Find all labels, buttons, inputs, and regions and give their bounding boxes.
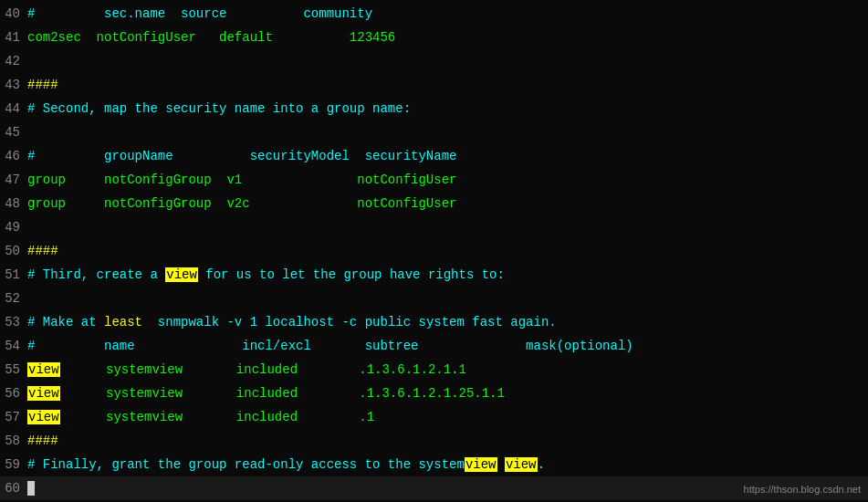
line-content: # Make at least snmpwalk -v 1 localhost … bbox=[27, 310, 868, 334]
code-line: 46# groupName securityModel securityName bbox=[0, 144, 868, 168]
line-number: 53 bbox=[0, 310, 27, 334]
code-line: 50#### bbox=[0, 239, 868, 263]
line-number: 42 bbox=[0, 49, 27, 73]
code-line: 53# Make at least snmpwalk -v 1 localhos… bbox=[0, 310, 868, 334]
code-line: 42 bbox=[0, 49, 868, 73]
line-number: 57 bbox=[0, 405, 27, 429]
line-content: group notConfigGroup v1 notConfigUser bbox=[27, 168, 868, 192]
line-content: # Second, map the security name into a g… bbox=[27, 97, 868, 120]
code-line: 57view systemview included .1 bbox=[0, 405, 868, 429]
code-line: 60 bbox=[0, 476, 868, 500]
line-content: # sec.name source community bbox=[27, 2, 868, 26]
line-number: 51 bbox=[0, 263, 27, 287]
code-line: 40# sec.name source community bbox=[0, 2, 868, 26]
watermark-text: https://thson.blog.csdn.net bbox=[744, 484, 861, 495]
code-line: 59# Finally, grant the group read-only a… bbox=[0, 453, 868, 476]
code-line: 47group notConfigGroup v1 notConfigUser bbox=[0, 168, 868, 192]
line-number: 45 bbox=[0, 120, 27, 144]
code-line: 41com2sec notConfigUser default 123456 bbox=[0, 26, 868, 49]
line-content: # Third, create a view for us to let the… bbox=[27, 263, 868, 287]
line-number: 60 bbox=[0, 476, 27, 500]
line-content: #### bbox=[27, 239, 868, 263]
code-line: 54# name incl/excl subtree mask(optional… bbox=[0, 334, 868, 358]
line-content: # name incl/excl subtree mask(optional) bbox=[27, 334, 868, 358]
code-line: 55view systemview included .1.3.6.1.2.1.… bbox=[0, 358, 868, 382]
line-content: com2sec notConfigUser default 123456 bbox=[27, 26, 868, 49]
line-number: 47 bbox=[0, 168, 27, 192]
line-number: 55 bbox=[0, 358, 27, 382]
code-line: 51# Third, create a view for us to let t… bbox=[0, 263, 868, 287]
line-content: # groupName securityModel securityName bbox=[27, 144, 868, 168]
line-number: 56 bbox=[0, 382, 27, 405]
line-content: group notConfigGroup v2c notConfigUser bbox=[27, 192, 868, 215]
line-content: #### bbox=[27, 73, 868, 97]
line-number: 58 bbox=[0, 429, 27, 453]
code-line: 52 bbox=[0, 287, 868, 310]
code-line: 58#### bbox=[0, 429, 868, 453]
line-number: 48 bbox=[0, 192, 27, 215]
code-editor: 40# sec.name source community41com2sec n… bbox=[0, 0, 868, 502]
line-number: 54 bbox=[0, 334, 27, 358]
line-content: view systemview included .1 bbox=[27, 405, 868, 429]
line-number: 40 bbox=[0, 2, 27, 26]
line-number: 49 bbox=[0, 215, 27, 239]
line-content: #### bbox=[27, 429, 868, 453]
line-number: 52 bbox=[0, 287, 27, 310]
code-line: 56view systemview included .1.3.6.1.2.1.… bbox=[0, 382, 868, 405]
line-number: 43 bbox=[0, 73, 27, 97]
code-line: 43#### bbox=[0, 73, 868, 97]
line-number: 59 bbox=[0, 453, 27, 476]
line-content: # Finally, grant the group read-only acc… bbox=[27, 453, 868, 476]
line-number: 44 bbox=[0, 97, 27, 120]
line-number: 41 bbox=[0, 26, 27, 49]
line-content: view systemview included .1.3.6.1.2.1.25… bbox=[27, 382, 868, 405]
line-content bbox=[27, 476, 868, 500]
line-content: view systemview included .1.3.6.1.2.1.1 bbox=[27, 358, 868, 382]
code-line: 45 bbox=[0, 120, 868, 144]
code-line: 49 bbox=[0, 215, 868, 239]
code-line: 48group notConfigGroup v2c notConfigUser bbox=[0, 192, 868, 215]
code-line: 44# Second, map the security name into a… bbox=[0, 97, 868, 120]
line-number: 50 bbox=[0, 239, 27, 263]
line-number: 46 bbox=[0, 144, 27, 168]
